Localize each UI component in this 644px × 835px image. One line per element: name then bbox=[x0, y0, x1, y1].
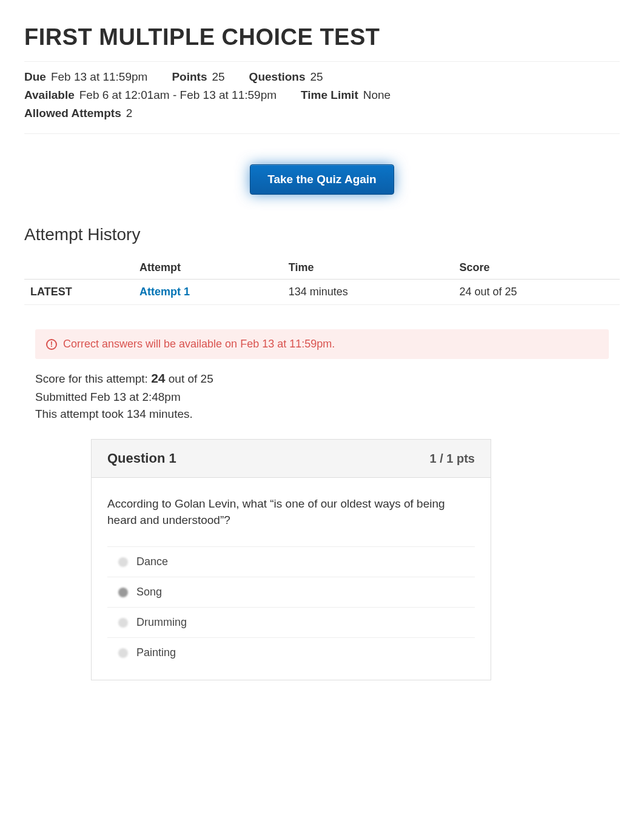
warning-icon: ! bbox=[46, 339, 57, 350]
radio-icon bbox=[118, 648, 128, 658]
table-row: LATEST Attempt 1 134 minutes 24 out of 2… bbox=[24, 280, 620, 305]
submitted-line: Submitted Feb 13 at 2:48pm bbox=[35, 391, 609, 404]
meta-timelimit-value: None bbox=[363, 89, 391, 102]
score-line: Score for this attempt: 24 out of 25 bbox=[35, 371, 609, 386]
meta-allowed-attempts: Allowed Attempts 2 bbox=[24, 107, 132, 120]
radio-icon bbox=[118, 588, 128, 597]
answer-option: Dance bbox=[107, 546, 475, 577]
col-blank bbox=[24, 257, 133, 280]
latest-badge: LATEST bbox=[24, 280, 133, 305]
meta-questions-label: Questions bbox=[249, 70, 306, 84]
answer-label: Drumming bbox=[136, 616, 187, 629]
answer-option: Drumming bbox=[107, 607, 475, 637]
score-prefix: Score for this attempt: bbox=[35, 372, 151, 385]
attempt-score: 24 out of 25 bbox=[453, 280, 620, 305]
question-text: According to Golan Levin, what “is one o… bbox=[107, 496, 475, 528]
attempt-history-table: Attempt Time Score LATEST Attempt 1 134 … bbox=[24, 257, 620, 305]
meta-available-value: Feb 6 at 12:01am - Feb 13 at 11:59pm bbox=[79, 89, 277, 102]
quiz-meta-block: Due Feb 13 at 11:59pm Points 25 Question… bbox=[24, 61, 620, 134]
meta-questions-value: 25 bbox=[310, 70, 323, 84]
score-value: 24 bbox=[151, 371, 165, 385]
meta-points-value: 25 bbox=[212, 70, 224, 84]
meta-due-label: Due bbox=[24, 70, 46, 84]
meta-points: Points 25 bbox=[172, 70, 224, 84]
question-card: Question 1 1 / 1 pts According to Golan … bbox=[91, 439, 491, 680]
meta-attempts-label: Allowed Attempts bbox=[24, 107, 121, 120]
alert-text: Correct answers will be available on Feb… bbox=[63, 338, 335, 350]
radio-icon bbox=[118, 557, 128, 567]
meta-due-value: Feb 13 at 11:59pm bbox=[51, 70, 148, 84]
meta-questions: Questions 25 bbox=[249, 70, 323, 84]
meta-due: Due Feb 13 at 11:59pm bbox=[24, 70, 147, 84]
question-points: 1 / 1 pts bbox=[430, 452, 475, 466]
table-header-row: Attempt Time Score bbox=[24, 257, 620, 280]
attempt-link[interactable]: Attempt 1 bbox=[139, 286, 190, 298]
score-suffix: out of 25 bbox=[166, 372, 213, 385]
meta-timelimit: Time Limit None bbox=[301, 89, 391, 102]
question-body: According to Golan Levin, what “is one o… bbox=[92, 478, 491, 680]
meta-timelimit-label: Time Limit bbox=[301, 89, 358, 102]
question-title: Question 1 bbox=[107, 451, 176, 466]
col-score: Score bbox=[453, 257, 620, 280]
answer-option: Song bbox=[107, 577, 475, 607]
answer-label: Song bbox=[136, 586, 162, 599]
answer-label: Dance bbox=[136, 555, 168, 568]
col-attempt: Attempt bbox=[133, 257, 283, 280]
meta-points-label: Points bbox=[172, 70, 207, 84]
meta-available-label: Available bbox=[24, 89, 75, 102]
answers-availability-alert: ! Correct answers will be available on F… bbox=[35, 329, 609, 359]
page-title: FIRST MULTIPLE CHOICE TEST bbox=[24, 24, 620, 50]
answer-label: Painting bbox=[136, 646, 176, 659]
take-quiz-again-button[interactable]: Take the Quiz Again bbox=[250, 164, 394, 195]
answer-option: Painting bbox=[107, 637, 475, 668]
attempt-history-heading: Attempt History bbox=[24, 225, 620, 244]
col-time: Time bbox=[283, 257, 454, 280]
radio-icon bbox=[118, 618, 128, 628]
attempt-time: 134 minutes bbox=[283, 280, 454, 305]
meta-available: Available Feb 6 at 12:01am - Feb 13 at 1… bbox=[24, 89, 277, 102]
duration-line: This attempt took 134 minutes. bbox=[35, 407, 609, 421]
meta-attempts-value: 2 bbox=[126, 107, 133, 120]
question-header: Question 1 1 / 1 pts bbox=[92, 440, 491, 478]
